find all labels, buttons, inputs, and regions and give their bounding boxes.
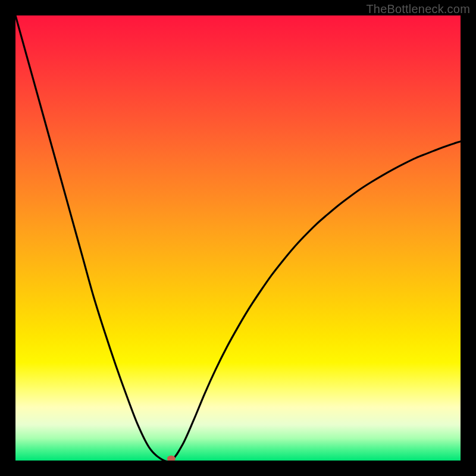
bottleneck-curve (15, 15, 461, 461)
minimum-marker (167, 456, 176, 461)
plot-area (15, 15, 461, 461)
watermark-text: TheBottleneck.com (366, 2, 470, 16)
chart-stage: TheBottleneck.com (0, 0, 476, 476)
curve-svg (15, 15, 461, 461)
